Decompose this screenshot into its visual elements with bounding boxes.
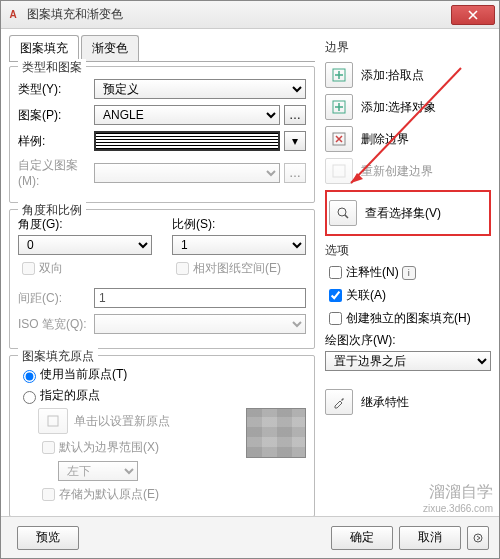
magnifier-icon	[336, 206, 350, 220]
draw-order-label: 绘图次序(W):	[325, 332, 491, 349]
spacing-label: 间距(C):	[18, 290, 94, 307]
tab-gradient[interactable]: 渐变色	[81, 35, 139, 61]
annotative-checkbox[interactable]	[329, 266, 342, 279]
custom-pattern-browse: …	[284, 163, 306, 183]
dialog-window: A 图案填充和渐变色 图案填充 渐变色 类型和图案 类型(Y): 预定义 图案(…	[0, 0, 500, 559]
cancel-button[interactable]: 取消	[399, 526, 461, 550]
recreate-boundary-label: 重新创建边界	[361, 163, 433, 180]
svg-rect-4	[333, 165, 345, 177]
view-selection-label: 查看选择集(V)	[365, 205, 441, 222]
window-title: 图案填充和渐变色	[27, 6, 451, 23]
default-bound-label: 默认为边界范围(X)	[59, 439, 159, 456]
app-icon: A	[5, 7, 21, 23]
default-bound-checkbox	[42, 441, 55, 454]
pattern-label: 图案(P):	[18, 107, 94, 124]
scale-select[interactable]: 1	[172, 235, 306, 255]
angle-select[interactable]: 0	[18, 235, 152, 255]
iso-pen-select	[94, 314, 306, 334]
boundary-header: 边界	[325, 39, 491, 56]
two-way-label: 双向	[39, 260, 63, 277]
group-origin: 图案填充原点 使用当前原点(T) 指定的原点 单击以设置新原点 默认为边界范围(…	[9, 355, 315, 517]
dropper-icon	[332, 395, 346, 409]
inherit-properties-button[interactable]	[325, 389, 353, 415]
ok-button[interactable]: 确定	[331, 526, 393, 550]
draw-order-select[interactable]: 置于边界之后	[325, 351, 491, 371]
type-select[interactable]: 预定义	[94, 79, 306, 99]
expand-button[interactable]	[467, 526, 489, 550]
watermark: 溜溜自学 zixue.3d66.com	[423, 482, 493, 514]
group-type-pattern: 类型和图案 类型(Y): 预定义 图案(P): ANGLE … 样例:	[9, 66, 315, 203]
group-title: 角度和比例	[18, 202, 86, 219]
set-origin-button	[38, 408, 68, 434]
remove-boundary-label: 删除边界	[361, 131, 409, 148]
custom-pattern-select	[94, 163, 280, 183]
two-way-checkbox	[22, 262, 35, 275]
remove-icon	[332, 132, 346, 146]
tab-strip: 图案填充 渐变色	[9, 35, 315, 62]
type-label: 类型(Y):	[18, 81, 94, 98]
preview-button[interactable]: 预览	[17, 526, 79, 550]
add-select-object-label: 添加:选择对象	[361, 99, 436, 116]
pattern-select[interactable]: ANGLE	[94, 105, 280, 125]
add-pick-point-label: 添加:拾取点	[361, 67, 424, 84]
recreate-boundary-button	[325, 158, 353, 184]
annotative-label: 注释性(N)	[346, 264, 399, 281]
scale-label: 比例(S):	[172, 216, 306, 233]
view-selection-button[interactable]	[329, 200, 357, 226]
watermark-text: 溜溜自学	[423, 482, 493, 503]
add-pick-point-button[interactable]	[325, 62, 353, 88]
specified-origin-radio[interactable]	[23, 391, 36, 404]
tab-hatch[interactable]: 图案填充	[9, 35, 79, 61]
watermark-url: zixue.3d66.com	[423, 503, 493, 514]
plus-icon	[332, 100, 346, 114]
sample-swatch[interactable]	[94, 131, 280, 151]
associative-label: 关联(A)	[346, 287, 386, 304]
independent-checkbox[interactable]	[329, 312, 342, 325]
info-icon[interactable]: i	[402, 266, 416, 280]
group-angle-scale: 角度和比例 角度(G): 0 比例(S): 1 双向 相对图纸空间(E)	[9, 209, 315, 349]
use-current-origin-label: 使用当前原点(T)	[40, 366, 127, 383]
svg-point-5	[338, 208, 346, 216]
independent-label: 创建独立的图案填充(H)	[346, 310, 471, 327]
iso-pen-label: ISO 笔宽(Q):	[18, 316, 94, 333]
close-button[interactable]	[451, 5, 495, 25]
group-title: 图案填充原点	[18, 348, 98, 365]
highlighted-box: 查看选择集(V)	[325, 190, 491, 236]
pattern-browse-button[interactable]: …	[284, 105, 306, 125]
plus-icon	[332, 68, 346, 82]
footer: 预览 确定 取消	[1, 516, 499, 558]
associative-checkbox[interactable]	[329, 289, 342, 302]
use-current-origin-radio[interactable]	[23, 370, 36, 383]
origin-preview	[246, 408, 306, 458]
store-default-checkbox	[42, 488, 55, 501]
close-icon	[468, 10, 478, 20]
add-select-object-button[interactable]	[325, 94, 353, 120]
group-title: 类型和图案	[18, 59, 86, 76]
paper-space-checkbox	[176, 262, 189, 275]
svg-rect-0	[48, 416, 58, 426]
titlebar: A 图案填充和渐变色	[1, 1, 499, 29]
recreate-icon	[332, 164, 346, 178]
target-icon	[46, 414, 60, 428]
specified-origin-label: 指定的原点	[40, 387, 100, 404]
remove-boundary-button[interactable]	[325, 126, 353, 152]
sample-label: 样例:	[18, 133, 94, 150]
paper-space-label: 相对图纸空间(E)	[193, 260, 281, 277]
inherit-properties-label: 继承特性	[361, 394, 409, 411]
store-default-label: 存储为默认原点(E)	[59, 486, 159, 503]
custom-pattern-label: 自定义图案(M):	[18, 157, 94, 188]
spacing-input	[94, 288, 306, 308]
chevron-right-icon	[473, 533, 483, 543]
options-header: 选项	[325, 242, 491, 259]
origin-position-select: 左下	[58, 461, 138, 481]
click-set-origin-label: 单击以设置新原点	[74, 413, 170, 430]
sample-dropdown-button[interactable]: ▾	[284, 131, 306, 151]
